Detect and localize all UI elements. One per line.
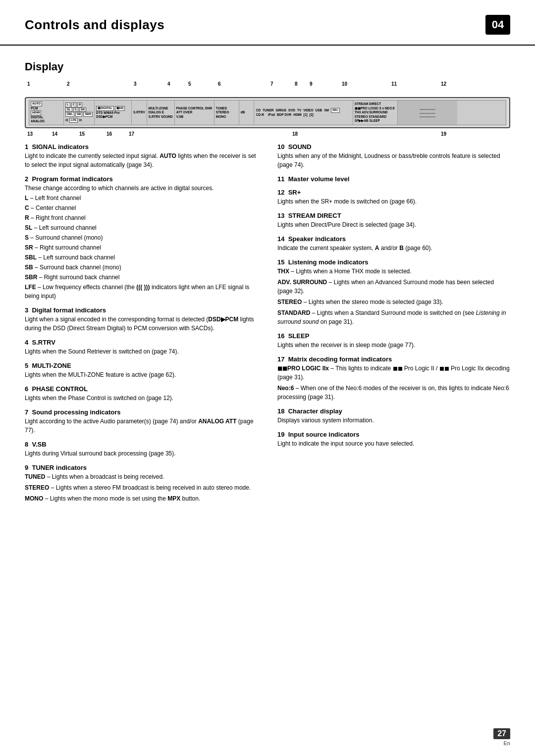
page-header: Controls and displays 04: [0, 0, 535, 46]
program-format-panel: LCR SLSSR SBLSBSBR (((LFE))): [64, 101, 95, 125]
item-19: 19 Input source indicators Light to indi…: [277, 431, 510, 448]
item-2: 2 Program format indicators These change…: [25, 175, 258, 301]
item-11: 11 Master volume level: [277, 175, 510, 183]
item-13: 13 STREAM DIRECT Lights when Direct/Pure…: [277, 212, 510, 229]
locale: En: [504, 740, 510, 746]
bottom-number-row: 13 14 15 16 17 18 19: [25, 131, 510, 138]
source-labels-panel: CD TUNER SIRIUS DVD TV VIDEO USB XM SR+ …: [254, 101, 353, 125]
panel-inner: AUTO PCM HDMI DIGITAL ANALOG LCR SLSSR: [29, 100, 506, 125]
page-content: Display 1 2 3 4 5 6 7 8 9 10 11 12: [0, 60, 535, 529]
item-7: 7 Sound processing indicators Light acco…: [25, 408, 258, 435]
item-16: 16 SLEEP Lights when the receiver is in …: [277, 332, 510, 350]
item-4: 4 S.RTRV Lights when the Sound Retriever…: [25, 339, 258, 356]
item-18: 18 Character display Displays various sy…: [277, 407, 510, 425]
page-footer: 27 En: [493, 728, 510, 746]
signal-indicators-panel: AUTO PCM HDMI DIGITAL ANALOG: [29, 101, 64, 125]
item-14: 14 Speaker indicators Indicate the curre…: [277, 235, 510, 252]
right-column: 10 SOUND Lights when any of the Midnight…: [277, 143, 510, 509]
character-display-panel: ▪▪▪▪▪▪▪▪▪▪▪▪▪▪▪ ▪▪▪▪▪▪▪▪▪▪▪▪▪▪▪ ▪▪▪▪▪▪▪▪…: [398, 101, 457, 125]
sound-panel: dB: [239, 101, 254, 125]
item-12: 12 SR+ Lights when the SR+ mode is switc…: [277, 189, 510, 206]
top-number-row: 1 2 3 4 5 6 7 8 9 10 11 12: [25, 81, 510, 88]
chapter-badge: 04: [485, 15, 510, 35]
item-1: 1 SIGNAL indicators Light to indicate th…: [25, 143, 258, 169]
page-number: 27: [493, 728, 510, 739]
left-column: 1 SIGNAL indicators Light to indicate th…: [25, 143, 258, 509]
page-title: Controls and displays: [25, 17, 485, 33]
multizone-panel: MULTI-ZONE DIALOG E S.RTRV SOUND: [147, 101, 175, 125]
item-8: 8 V.SB Lights during Virtual surround ba…: [25, 441, 258, 458]
item-6: 6 PHASE CONTROL Lights when the Phase Co…: [25, 385, 258, 403]
srtrv-panel: S.RTRV: [132, 101, 147, 125]
item-3: 3 Digital format indicators Light when a…: [25, 306, 258, 333]
digital-format-panel: ▣DIGITAL▣HD DTSWMA9 Pro DSD▶PCM: [95, 101, 132, 125]
item-9: 9 TUNER indicators TUNED – Lights when a…: [25, 464, 258, 503]
tuner-indicators-panel: TUNED STEREO MONO: [214, 101, 239, 125]
display-panel: AUTO PCM HDMI DIGITAL ANALOG LCR SLSSR: [25, 97, 510, 128]
item-17: 17 Matrix decoding format indicators ◼◼P…: [277, 355, 510, 402]
item-15: 15 Listening mode indicators THX – Light…: [277, 258, 510, 326]
phase-control-panel: PHASE CONTROLDNR ATT OVER V.SB: [175, 101, 214, 125]
item-10: 10 SOUND Lights when any of the Midnight…: [277, 143, 510, 169]
page: Controls and displays 04 Display 1 2 3 4…: [0, 0, 535, 756]
display-section-title: Display: [25, 60, 510, 73]
listening-mode-panel: STREAM DIRECT ◼◼PRO LOGIC II x NEO:6 THX…: [353, 101, 398, 125]
descriptions: 1 SIGNAL indicators Light to indicate th…: [25, 143, 510, 509]
item-5: 5 MULTI-ZONE Lights when the MULTI-ZONE …: [25, 362, 258, 379]
display-diagram: 1 2 3 4 5 6 7 8 9 10 11 12 AUTO PC: [25, 81, 510, 138]
